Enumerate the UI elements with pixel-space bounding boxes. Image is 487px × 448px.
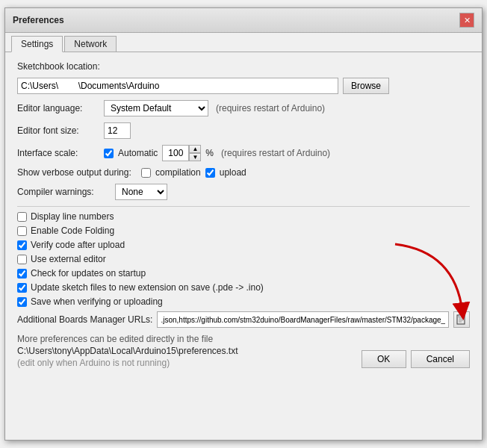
check-updates-label: Check for updates on startup: [31, 268, 146, 279]
sketchbook-row: Sketchbook location:: [17, 61, 470, 72]
scale-spinner-btns: ▲ ▼: [189, 145, 201, 161]
file-icon: [456, 314, 467, 325]
editor-font-size-input[interactable]: [104, 122, 131, 139]
compiler-warnings-select[interactable]: None Default More All: [115, 184, 167, 200]
editor-font-size-row: Editor font size:: [17, 122, 470, 139]
interface-scale-note: (requires restart of Arduino): [221, 148, 330, 158]
save-verifying-checkbox[interactable]: [17, 297, 27, 307]
scale-up-btn[interactable]: ▲: [189, 145, 201, 153]
sketchbook-label: Sketchbook location:: [17, 61, 100, 72]
compiler-warnings-label: Compiler warnings:: [17, 187, 111, 197]
auto-scale-label: Automatic: [118, 148, 158, 158]
verbose-upload-label: upload: [220, 167, 246, 178]
preferences-dialog: Preferences ✕ Settings Network Sketchboo…: [4, 7, 483, 441]
checkbox-enable-code-folding: Enable Code Folding: [17, 225, 470, 236]
enable-code-folding-checkbox[interactable]: [17, 226, 27, 236]
save-verifying-label: Save when verifying or uploading: [31, 296, 163, 307]
verify-code-checkbox[interactable]: [17, 240, 27, 250]
title-bar: Preferences ✕: [5, 8, 482, 33]
divider-1: [17, 206, 470, 207]
additional-boards-label: Additional Boards Manager URLs:: [17, 314, 152, 325]
interface-scale-row: Interface scale: Automatic ▲ ▼ % (requir…: [17, 145, 470, 161]
update-sketch-label: Update sketch files to new extension on …: [31, 282, 264, 293]
sketchbook-input-row: Browse: [17, 78, 470, 94]
scale-input[interactable]: [162, 145, 189, 161]
tab-network[interactable]: Network: [64, 36, 117, 52]
verbose-output-label: Show verbose output during:: [17, 167, 137, 178]
close-button[interactable]: ✕: [459, 13, 474, 28]
checkbox-verify-code: Verify code after upload: [17, 240, 470, 250]
verbose-output-row: Show verbose output during: compilation …: [17, 167, 470, 178]
browse-button[interactable]: Browse: [343, 78, 389, 94]
sketchbook-input[interactable]: [17, 78, 338, 94]
boards-file-button[interactable]: [453, 311, 470, 328]
tab-settings[interactable]: Settings: [11, 36, 63, 52]
dialog-title: Preferences: [13, 15, 64, 25]
editor-language-label: Editor language:: [17, 103, 99, 113]
enable-code-folding-label: Enable Code Folding: [31, 225, 114, 236]
boards-urls-input[interactable]: [157, 311, 449, 328]
scale-spinner: ▲ ▼: [162, 145, 201, 161]
additional-boards-row: Additional Boards Manager URLs:: [17, 311, 470, 328]
verify-code-label: Verify code after upload: [31, 240, 125, 250]
checkbox-display-line-numbers: Display line numbers: [17, 211, 470, 222]
percent-label: %: [205, 148, 214, 158]
verbose-compilation-label: compilation: [155, 167, 201, 178]
more-prefs-info: More preferences can be edited directly …: [17, 334, 470, 344]
checkbox-external-editor: Use external editor: [17, 254, 470, 264]
auto-scale-checkbox[interactable]: [104, 149, 114, 158]
update-sketch-checkbox[interactable]: [17, 283, 27, 293]
interface-scale-label: Interface scale:: [17, 148, 99, 158]
verbose-upload-checkbox[interactable]: [205, 168, 215, 178]
external-editor-checkbox[interactable]: [17, 255, 27, 264]
ok-button[interactable]: OK: [362, 350, 406, 368]
checkbox-update-sketch: Update sketch files to new extension on …: [17, 282, 470, 293]
display-line-numbers-label: Display line numbers: [31, 211, 114, 222]
editor-language-select[interactable]: System Default: [104, 100, 208, 116]
check-updates-checkbox[interactable]: [17, 269, 27, 279]
settings-content: Sketchbook location: Browse Editor langu…: [5, 52, 482, 377]
compiler-warnings-row: Compiler warnings: None Default More All: [17, 184, 470, 200]
tabs-bar: Settings Network: [5, 33, 482, 52]
checkbox-check-updates: Check for updates on startup: [17, 268, 470, 279]
editor-font-size-label: Editor font size:: [17, 125, 99, 136]
editor-language-row: Editor language: System Default (require…: [17, 100, 470, 116]
cancel-button[interactable]: Cancel: [411, 350, 470, 368]
scale-down-btn[interactable]: ▼: [189, 153, 201, 161]
external-editor-label: Use external editor: [31, 254, 106, 264]
checkbox-save-verifying: Save when verifying or uploading: [17, 296, 470, 307]
editor-language-note: (requires restart of Arduino): [216, 103, 325, 113]
display-line-numbers-checkbox[interactable]: [17, 212, 27, 222]
dialog-buttons: OK Cancel: [362, 350, 470, 368]
svg-rect-1: [459, 315, 465, 317]
verbose-compilation-checkbox[interactable]: [141, 168, 151, 178]
